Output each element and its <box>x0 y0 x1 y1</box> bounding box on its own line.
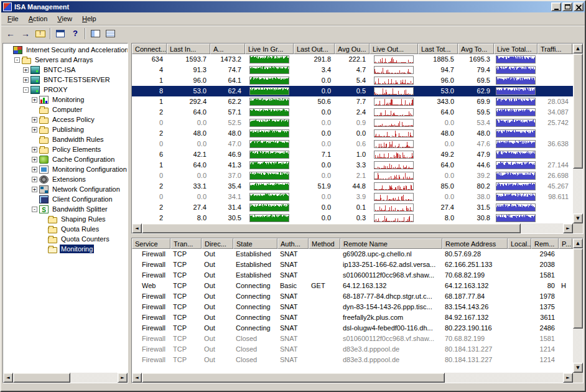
scroll-right-button[interactable] <box>563 223 573 233</box>
connection-row[interactable]: FirewallTCPOutConnectingSNAT68-187-77-84… <box>132 291 573 302</box>
connection-row[interactable]: WebTCPOutConnectingBasicGET64.12.163.132… <box>132 281 573 291</box>
scrollbar-track[interactable] <box>142 373 563 383</box>
session-row[interactable]: 00.047.00.00.60.047.636.638 <box>132 139 573 149</box>
connection-row[interactable]: FirewallTCPOutClosedSNATd83e3.d.pppool.d… <box>132 355 573 365</box>
minimize-button[interactable] <box>551 2 561 11</box>
connection-row[interactable]: FirewallTCPOutEstablishedSNATs010600112f… <box>132 270 573 281</box>
scrollbar-thumb[interactable] <box>573 248 583 329</box>
column-header-last-in[interactable]: Last In... <box>167 44 210 54</box>
column-header-remote-name[interactable]: Remote Name <box>340 238 442 249</box>
session-row[interactable]: 248.048.00.00.048.048.0 <box>132 128 573 139</box>
expand-icon[interactable]: + <box>32 97 37 103</box>
column-header-a[interactable]: A... <box>210 44 245 54</box>
tree-item-quota-rules[interactable]: Quota Rules <box>3 224 128 234</box>
tree-item-network-configuration[interactable]: +Network Configuration <box>3 184 128 194</box>
export-list-button[interactable] <box>103 27 118 40</box>
session-row[interactable]: 233.135.451.944.885.080.245.267 <box>132 181 573 192</box>
session-row[interactable]: 00.034.10.03.90.038.098.611 <box>132 192 573 202</box>
scrollbar-thumb[interactable] <box>13 373 70 383</box>
tree-item-quota-counters[interactable]: Quota Counters <box>3 234 128 244</box>
session-row[interactable]: 642.146.97.11.049.247.9 <box>132 149 573 160</box>
column-header-direc[interactable]: Direc... <box>202 238 233 249</box>
column-header-avg-ou[interactable]: Avg Ou... <box>335 44 370 54</box>
session-row[interactable]: 853.062.40.00.553.062.9 <box>132 86 573 96</box>
tree-item-monitoring-configuration[interactable]: +Monitoring Configuration <box>3 164 128 174</box>
connections-horizontal-scrollbar[interactable] <box>132 373 573 383</box>
scroll-up-button[interactable] <box>573 44 583 54</box>
column-header-avg-to[interactable]: Avg To... <box>458 44 494 54</box>
expand-icon[interactable]: + <box>32 187 37 192</box>
column-header-auth[interactable]: Auth... <box>277 238 309 249</box>
back-button[interactable] <box>3 27 18 40</box>
column-header-state[interactable]: State <box>233 238 277 249</box>
scrollbar-track[interactable] <box>573 54 583 213</box>
scrollbar-thumb[interactable] <box>142 223 521 233</box>
column-header-p[interactable]: P... <box>559 238 572 249</box>
connection-row[interactable]: FirewallTCPOutConnectingSNATdyn-83-154-1… <box>132 302 573 312</box>
connection-row[interactable]: FirewallTCPOutConnectingSNATdsl-olugw4-f… <box>132 323 573 334</box>
column-header-live-in-gr[interactable]: Live In Gr... <box>245 44 294 54</box>
connection-row[interactable]: FirewallTCPOutEstablishedSNATip133-251-1… <box>132 259 573 270</box>
scroll-up-button[interactable] <box>573 238 583 248</box>
column-header-last-out[interactable]: Last Out... <box>294 44 335 54</box>
column-header-last-tot[interactable]: Last Tot... <box>418 44 458 54</box>
properties-button[interactable] <box>53 27 68 40</box>
sessions-vertical-scrollbar[interactable] <box>573 44 583 223</box>
collapse-icon[interactable]: - <box>32 207 37 212</box>
close-button[interactable] <box>574 2 584 11</box>
session-row[interactable]: 227.431.40.00.127.431.5 <box>132 202 573 213</box>
connection-row[interactable]: FirewallTCPOutClosedSNATd83e3.d.pppool.d… <box>132 344 573 355</box>
column-header-rem[interactable]: Rem... <box>531 238 559 249</box>
scroll-down-button[interactable] <box>573 363 583 373</box>
column-header-local[interactable]: Local... <box>508 238 531 249</box>
menu-file[interactable]: File <box>2 14 24 24</box>
collapse-icon[interactable]: - <box>14 57 20 63</box>
tree-item-client-configuration[interactable]: Client Configuration <box>3 194 128 204</box>
tree-item-bandwidth-rules[interactable]: Bandwidth Rules <box>3 134 128 144</box>
tree-item-extensions[interactable]: +Extensions <box>3 174 128 184</box>
forward-button[interactable] <box>18 27 33 40</box>
session-row[interactable]: 264.057.10.02.464.059.534.087 <box>132 107 573 118</box>
sessions-horizontal-scrollbar[interactable] <box>132 223 573 233</box>
tree-item-bntc-testserver[interactable]: +BNTC-TESTSERVER <box>3 75 128 85</box>
menu-view[interactable]: View <box>52 14 77 24</box>
expand-icon[interactable]: + <box>32 177 37 182</box>
tree-item-bntc-isa[interactable]: +BNTC-ISA <box>3 65 128 75</box>
expand-icon[interactable]: + <box>32 117 37 123</box>
column-header-tran[interactable]: Tran... <box>170 238 202 249</box>
tree-item-policy-elements[interactable]: +Policy Elements <box>3 144 128 154</box>
expand-icon[interactable]: + <box>23 77 29 83</box>
show-tree-button[interactable] <box>88 27 103 40</box>
tree-item-computer[interactable]: Computer <box>3 105 128 114</box>
connections-vertical-scrollbar[interactable] <box>573 238 583 373</box>
scroll-down-button[interactable] <box>573 213 583 223</box>
scroll-left-button[interactable] <box>132 373 142 383</box>
tree-item-internet-security-and-acceleration-se[interactable]: Internet Security and Acceleration Se <box>3 45 128 55</box>
column-header-traffi[interactable]: Traffi... <box>537 44 572 54</box>
tree-item-access-policy[interactable]: +Access Policy <box>3 114 128 124</box>
session-row[interactable]: 164.041.30.03.364.044.627.144 <box>132 160 573 170</box>
maximize-button[interactable] <box>562 2 572 11</box>
column-header-remote-address[interactable]: Remote Address <box>442 238 508 249</box>
title-bar[interactable]: ISA Management <box>1 1 585 12</box>
help-button[interactable] <box>68 27 83 40</box>
session-row[interactable]: 1292.462.250.67.7343.069.928.034 <box>132 96 573 107</box>
column-header-service[interactable]: Service <box>132 238 170 249</box>
scroll-left-button[interactable] <box>3 373 13 383</box>
collapse-icon[interactable]: - <box>23 87 29 93</box>
tree-item-cache-configuration[interactable]: +Cache Configuration <box>3 154 128 164</box>
session-row[interactable]: 00.052.50.00.90.053.425.742 <box>132 118 573 128</box>
session-row[interactable]: 196.064.10.05.496.069.5 <box>132 75 573 86</box>
expand-icon[interactable]: + <box>32 147 37 152</box>
tree-item-shaping-rules[interactable]: Shaping Rules <box>3 214 128 224</box>
tree-item-bandwidth-splitter[interactable]: -Bandwidth Splitter <box>3 204 128 214</box>
connection-row[interactable]: FirewallTCPOutConnectingSNATfreefally2k.… <box>132 312 573 323</box>
column-header-method[interactable]: Method <box>309 238 340 249</box>
scroll-right-button[interactable] <box>563 373 573 383</box>
scrollbar-track[interactable] <box>142 223 563 233</box>
tree-item-monitoring[interactable]: Monitoring <box>3 244 128 254</box>
scrollbar-thumb[interactable] <box>142 373 445 383</box>
session-row[interactable]: 00.037.00.02.10.039.226.698 <box>132 170 573 181</box>
session-row[interactable]: 6341593.71473.2291.8222.11885.51695.3 <box>132 54 573 65</box>
connection-row[interactable]: FirewallTCPOutClosedSNATs010600112f0cc96… <box>132 334 573 344</box>
